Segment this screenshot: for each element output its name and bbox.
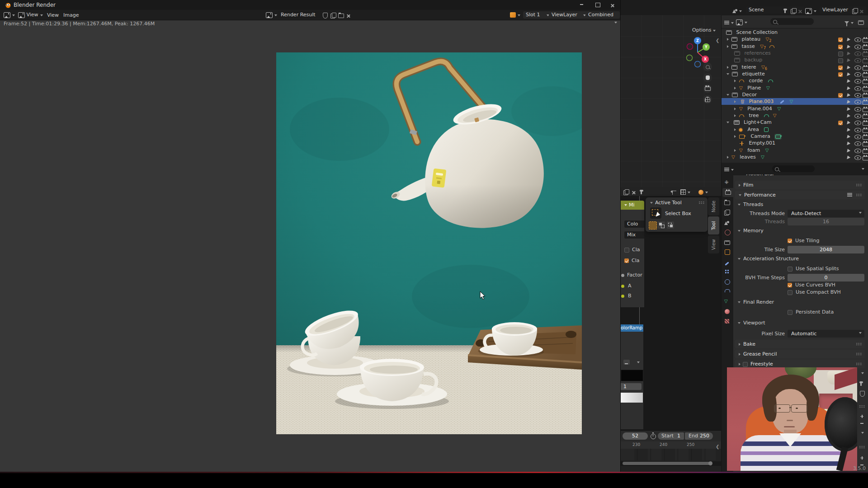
delete-scene-icon[interactable] bbox=[798, 8, 802, 14]
selectable-icon[interactable] bbox=[847, 114, 851, 118]
outliner-row[interactable]: Plane.004 bbox=[722, 105, 868, 112]
ramp-position-field[interactable]: 1 bbox=[621, 383, 642, 390]
visibility-icon[interactable] bbox=[854, 114, 861, 118]
selectable-icon[interactable] bbox=[847, 155, 851, 160]
render-visibility-icon[interactable] bbox=[863, 101, 868, 105]
selectable-icon[interactable] bbox=[847, 135, 851, 139]
unlink-node-icon[interactable] bbox=[632, 189, 636, 195]
tab-material-icon[interactable] bbox=[725, 309, 730, 314]
selectable-icon[interactable] bbox=[847, 79, 851, 83]
image-datablock-field[interactable]: Render Result bbox=[278, 11, 323, 19]
use-tiling-checkbox[interactable]: Use Tiling bbox=[788, 238, 820, 244]
mix-dropdown[interactable]: Mix bbox=[624, 231, 644, 239]
properties-search-input[interactable] bbox=[772, 165, 815, 172]
render-visibility-icon[interactable] bbox=[863, 129, 868, 133]
threads-mode-dropdown[interactable]: Auto-Detect bbox=[788, 210, 864, 217]
visibility-icon[interactable] bbox=[854, 155, 861, 160]
tab-particles-icon[interactable] bbox=[725, 269, 729, 273]
select-mode-subtract-button[interactable] bbox=[667, 221, 674, 229]
visibility-icon[interactable] bbox=[854, 135, 861, 139]
visibility-icon[interactable] bbox=[854, 86, 861, 91]
add-button[interactable] bbox=[860, 413, 863, 419]
properties-editor-type-icon[interactable] bbox=[724, 166, 734, 172]
bvh-time-steps-field[interactable]: 0 bbox=[788, 274, 864, 282]
collection-checkbox[interactable] bbox=[838, 45, 843, 49]
ramp-color-swatch[interactable] bbox=[621, 370, 643, 381]
clamp-result-checkbox[interactable]: Cla bbox=[624, 247, 640, 253]
display-channels-icon[interactable] bbox=[510, 12, 520, 18]
render-visibility-icon[interactable] bbox=[863, 66, 868, 70]
mode-dropdown[interactable]: View bbox=[18, 12, 43, 18]
visibility-icon[interactable] bbox=[854, 93, 861, 98]
render-visibility-icon[interactable] bbox=[863, 80, 868, 84]
render-visibility-icon[interactable] bbox=[863, 73, 868, 77]
copy-scene-icon[interactable] bbox=[791, 8, 795, 14]
tab-texture-icon[interactable] bbox=[725, 319, 729, 324]
tab-collection-icon[interactable] bbox=[724, 239, 730, 245]
viewport-3d[interactable]: Options ❮ Z Y X bbox=[621, 15, 721, 187]
render-visibility-icon[interactable] bbox=[863, 115, 868, 119]
render-visibility-icon[interactable] bbox=[863, 46, 868, 50]
color-dropdown[interactable]: Colo bbox=[624, 221, 644, 228]
render-visibility-icon[interactable] bbox=[863, 94, 868, 98]
viewlayer-selector-icon[interactable] bbox=[805, 8, 816, 14]
unlink-datablock-icon[interactable] bbox=[346, 13, 350, 19]
outliner-row[interactable]: tree bbox=[722, 112, 868, 119]
render-visibility-icon[interactable] bbox=[863, 38, 868, 42]
layer-dropdown[interactable]: ViewLayer bbox=[549, 11, 589, 19]
outliner-row[interactable]: Light+Cam bbox=[722, 119, 868, 126]
outliner-row[interactable]: Decor bbox=[722, 91, 868, 98]
acceleration-subpanel[interactable]: Acceleration Structure bbox=[738, 256, 799, 262]
delete-viewlayer-icon[interactable] bbox=[859, 8, 863, 14]
tab-tool-icon[interactable]: ✙ bbox=[725, 180, 728, 185]
film-panel-header[interactable]: Film bbox=[735, 181, 865, 189]
render-visibility-icon[interactable] bbox=[863, 108, 868, 112]
outliner-row[interactable]: corde bbox=[722, 77, 868, 84]
outliner-row[interactable]: Area bbox=[722, 126, 868, 133]
collection-checkbox[interactable] bbox=[838, 66, 843, 70]
timeline-scrollbar[interactable] bbox=[621, 461, 721, 466]
visibility-icon[interactable] bbox=[854, 66, 861, 70]
datablock-icon-button[interactable] bbox=[266, 12, 277, 18]
outliner-filter-type-icon[interactable] bbox=[736, 19, 747, 25]
select-box-tool-button[interactable] bbox=[650, 207, 661, 219]
end-frame-field[interactable]: End 250 bbox=[685, 432, 713, 440]
tab-node[interactable]: Node bbox=[708, 197, 719, 216]
selectable-icon[interactable] bbox=[847, 66, 851, 70]
tile-size-field[interactable]: 2048 bbox=[788, 246, 864, 253]
fake-user-shield-icon[interactable] bbox=[323, 12, 328, 19]
colorramp-node-header[interactable]: olorRamp bbox=[621, 324, 643, 332]
camera-view-icon[interactable] bbox=[703, 84, 712, 93]
scene-selector-icon[interactable] bbox=[732, 8, 742, 14]
visibility-icon[interactable] bbox=[854, 72, 861, 77]
visibility-icon[interactable] bbox=[854, 149, 861, 153]
selectable-icon[interactable] bbox=[847, 107, 851, 111]
collection-checkbox[interactable] bbox=[838, 58, 843, 63]
render-visibility-icon[interactable] bbox=[863, 142, 868, 146]
panel-grip[interactable] bbox=[698, 201, 705, 204]
zoom-tool-icon[interactable] bbox=[703, 62, 712, 71]
dropdown-caret[interactable] bbox=[859, 429, 864, 435]
copy-datablock-icon[interactable] bbox=[330, 13, 335, 19]
spatial-splits-checkbox[interactable]: Use Spatial Splits bbox=[788, 266, 839, 272]
curves-bvh-checkbox[interactable]: Use Curves BVH bbox=[788, 282, 835, 288]
tab-viewlayer-icon[interactable] bbox=[724, 210, 729, 216]
selectable-icon[interactable] bbox=[847, 38, 851, 42]
timeline-track-area[interactable] bbox=[621, 449, 721, 460]
outliner-row[interactable]: etiquette bbox=[722, 70, 868, 77]
close-button[interactable] bbox=[607, 2, 619, 9]
render-visibility-icon[interactable] bbox=[863, 122, 868, 126]
maximize-button[interactable] bbox=[590, 3, 605, 10]
pin-icon[interactable] bbox=[860, 380, 862, 386]
tab-world-icon[interactable] bbox=[725, 230, 731, 235]
tab-object-icon[interactable] bbox=[725, 249, 730, 255]
snapping-dropdown[interactable] bbox=[680, 189, 690, 195]
tab-object-data-icon[interactable] bbox=[724, 298, 728, 304]
collection-checkbox[interactable] bbox=[838, 52, 843, 56]
render-visibility-icon[interactable] bbox=[863, 87, 868, 91]
editor-type-button[interactable] bbox=[4, 12, 15, 18]
stopwatch-icon[interactable] bbox=[651, 433, 656, 439]
tab-modifiers-icon[interactable] bbox=[725, 260, 729, 266]
visibility-icon[interactable] bbox=[854, 45, 861, 49]
current-frame-field[interactable]: 52 bbox=[623, 432, 648, 440]
